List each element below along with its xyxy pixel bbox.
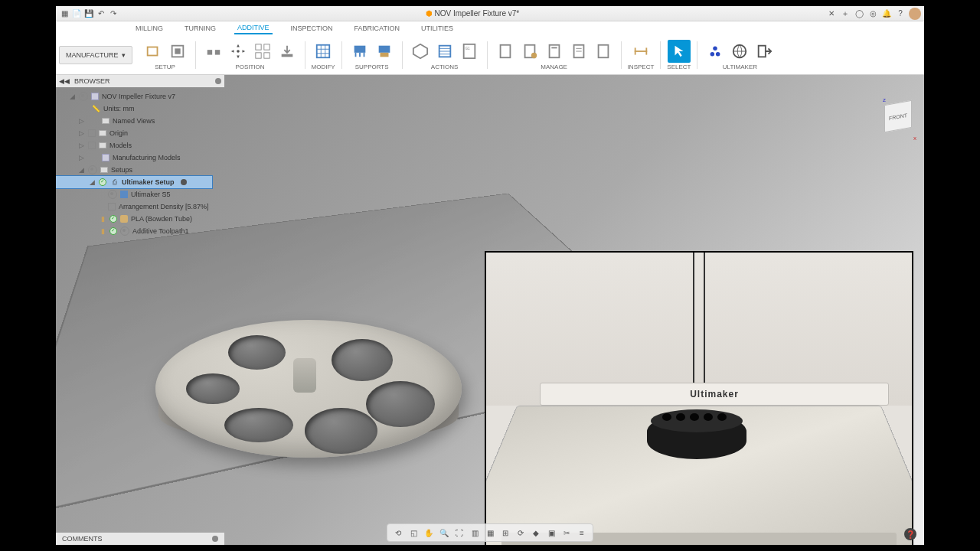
- viewcube-front[interactable]: FRONT: [884, 100, 912, 132]
- browser-settings-icon[interactable]: [215, 78, 221, 84]
- navigation-toolbar: ⟲ ◱ ✋ 🔍 ⛶ ▥ ▦ ⊞ ⟳ ◆ ▣ ✂ ≡: [387, 523, 593, 542]
- svg-text:G1: G1: [465, 47, 470, 51]
- save-icon[interactable]: 💾: [83, 8, 94, 19]
- infill-icon[interactable]: [312, 40, 335, 63]
- svg-rect-6: [255, 44, 260, 49]
- zoom-icon[interactable]: 🔍: [438, 527, 450, 539]
- grid-icon[interactable]: ▦: [484, 527, 496, 539]
- file-icon[interactable]: 📄: [71, 8, 82, 19]
- tree-root[interactable]: ◢ NOV Impeller Fixture v7: [56, 90, 212, 103]
- notifications-icon[interactable]: 🔔: [881, 8, 892, 19]
- svg-rect-13: [378, 45, 390, 52]
- folder-icon: [99, 130, 106, 136]
- layout-icon[interactable]: ≡: [576, 527, 588, 539]
- tree-units[interactable]: 📏 Units: mm: [56, 103, 212, 115]
- select-icon[interactable]: [668, 40, 691, 63]
- volume-support-icon[interactable]: [373, 40, 396, 63]
- auto-orient-icon[interactable]: [202, 40, 225, 63]
- svg-point-30: [716, 51, 720, 56]
- workspace-switcher[interactable]: MANUFACTURE ▾: [59, 46, 132, 64]
- place-icon[interactable]: [276, 40, 299, 63]
- tree-density[interactable]: Arrangement Density [5.87%]: [56, 201, 212, 213]
- help-icon[interactable]: ?: [895, 8, 906, 19]
- arrange-icon[interactable]: [251, 40, 274, 63]
- tool-library-icon[interactable]: [543, 40, 566, 63]
- move-icon[interactable]: [227, 40, 250, 63]
- tree-origin[interactable]: ▷ Origin: [56, 127, 212, 139]
- check-icon[interactable]: [109, 227, 117, 235]
- svg-rect-12: [354, 45, 365, 52]
- snap-icon[interactable]: ⊞: [499, 527, 511, 539]
- display-icon[interactable]: ▥: [469, 527, 481, 539]
- print-setting-icon[interactable]: [166, 40, 189, 63]
- position-label: POSITION: [235, 64, 264, 70]
- bar-support-icon[interactable]: [348, 40, 371, 63]
- tree-namedviews[interactable]: ▷ Named Views: [56, 115, 212, 127]
- ultimaker-connect-icon[interactable]: [704, 40, 727, 63]
- postprocess-icon[interactable]: G1: [458, 40, 481, 63]
- tab-fabrication[interactable]: FABRICATION: [351, 23, 403, 34]
- visibility-icon[interactable]: [79, 92, 88, 101]
- lookat-icon[interactable]: ◱: [407, 527, 420, 539]
- ultimaker-cloud-icon[interactable]: [728, 40, 751, 63]
- close-tab-icon[interactable]: ✕: [826, 8, 837, 19]
- tree-toolpath[interactable]: ▮ Additive Toolpath1: [56, 225, 212, 237]
- setup-icon[interactable]: [142, 40, 165, 63]
- unchecked-icon[interactable]: [108, 203, 116, 210]
- task-manager-icon[interactable]: [567, 40, 590, 63]
- tab-turning[interactable]: TURNING: [181, 23, 219, 34]
- user-avatar[interactable]: [909, 8, 921, 20]
- redo-icon[interactable]: ↷: [108, 8, 119, 19]
- section-icon[interactable]: ✂: [560, 527, 573, 539]
- tree-setups[interactable]: ◢ Setups: [56, 164, 212, 176]
- browser-collapse-icon[interactable]: ◀◀: [59, 77, 70, 85]
- svg-rect-11: [317, 44, 330, 57]
- nc-program-icon[interactable]: [494, 40, 517, 63]
- info-badge-icon[interactable]: ❓: [904, 528, 916, 540]
- tree-mfgmodels[interactable]: ▷ Manufacturing Models: [56, 152, 212, 164]
- svg-point-29: [710, 51, 715, 56]
- comments-settings-icon[interactable]: [212, 536, 218, 542]
- apps-icon[interactable]: ▦: [59, 8, 70, 19]
- orbit-icon[interactable]: ⟲: [392, 527, 404, 539]
- fit-icon[interactable]: ⛶: [453, 527, 466, 539]
- viewcube[interactable]: z FRONT x: [880, 98, 916, 135]
- machine-library-icon[interactable]: [592, 40, 615, 63]
- modify-label: MODIFY: [312, 64, 335, 70]
- inspect-icon[interactable]: [629, 40, 652, 63]
- visibility-icon[interactable]: [120, 227, 129, 236]
- browser-tree: ◢ NOV Impeller Fixture v7 📏 Units: mm ▷ …: [56, 87, 212, 240]
- viewport[interactable]: ◀◀ BROWSER ◢ NOV Impeller Fixture v7 📏 U…: [56, 75, 924, 545]
- pan-icon[interactable]: ✋: [423, 527, 435, 539]
- tab-additive[interactable]: ADDITIVE: [234, 22, 273, 34]
- visibility-icon[interactable]: [88, 165, 97, 174]
- tab-utilities[interactable]: UTILITIES: [418, 23, 456, 34]
- component-icon: [91, 93, 99, 100]
- tree-ultimaker-setup[interactable]: ◢ ⎙ Ultimaker Setup: [56, 176, 212, 188]
- tree-models[interactable]: ▷ Models: [56, 139, 212, 152]
- camera-icon[interactable]: ▣: [545, 527, 557, 539]
- visual-style-icon[interactable]: ◆: [530, 527, 542, 539]
- check-icon[interactable]: [99, 178, 106, 186]
- comments-bar[interactable]: COMMENTS: [56, 533, 224, 545]
- hidden-icon[interactable]: [88, 142, 96, 149]
- ribbon-toolbar: MANUFACTURE ▾ SETUP POSITION MODIFY: [56, 35, 924, 75]
- tree-pla[interactable]: ▮ PLA (Bowden Tube): [56, 213, 212, 225]
- generate-icon[interactable]: [409, 40, 432, 63]
- tab-inspection[interactable]: INSPECTION: [288, 23, 336, 34]
- tab-milling[interactable]: MILLING: [132, 23, 166, 34]
- jobs-icon[interactable]: ◎: [867, 8, 878, 19]
- hidden-icon[interactable]: [88, 129, 96, 137]
- tree-ults5[interactable]: Ultimaker S5: [56, 188, 212, 201]
- document-title: ⬢ NOV Impeller Fixture v7*: [119, 9, 826, 18]
- new-tab-icon[interactable]: ＋: [840, 8, 851, 19]
- extensions-icon[interactable]: ◯: [854, 8, 864, 19]
- refresh-icon[interactable]: ⟳: [514, 527, 527, 539]
- undo-icon[interactable]: ↶: [96, 8, 106, 19]
- main-tabs: MILLING TURNING ADDITIVE INSPECTION FABR…: [56, 21, 924, 35]
- setup-sheet-icon[interactable]: [518, 40, 541, 63]
- visibility-icon[interactable]: [108, 190, 117, 199]
- check-icon[interactable]: [109, 215, 117, 223]
- ultimaker-export-icon[interactable]: [753, 40, 776, 63]
- simulate-icon[interactable]: [433, 40, 456, 63]
